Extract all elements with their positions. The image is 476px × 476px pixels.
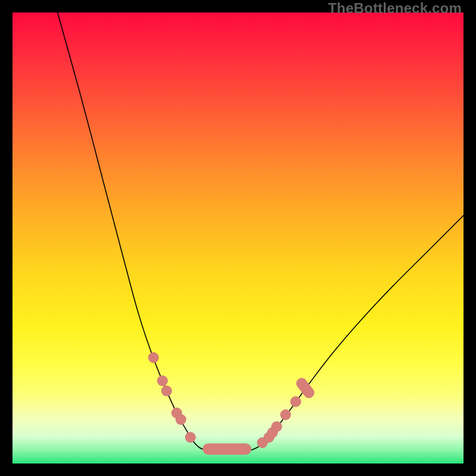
- marker-left-5: [185, 432, 196, 443]
- plot-area: [12, 12, 464, 464]
- watermark-text: TheBottleneck.com: [328, 0, 462, 17]
- marker-left-4: [176, 414, 186, 425]
- marker-right-3: [271, 421, 282, 432]
- marker-left-2: [161, 386, 172, 396]
- chart-stage: TheBottleneck.com: [0, 0, 476, 476]
- marker-right-4: [280, 409, 291, 420]
- marker-left-1: [157, 375, 168, 386]
- bottleneck-curve: [12, 12, 464, 464]
- marker-right-5: [290, 396, 301, 407]
- marker-flat-pill: [203, 443, 251, 455]
- marker-left-0: [148, 352, 159, 363]
